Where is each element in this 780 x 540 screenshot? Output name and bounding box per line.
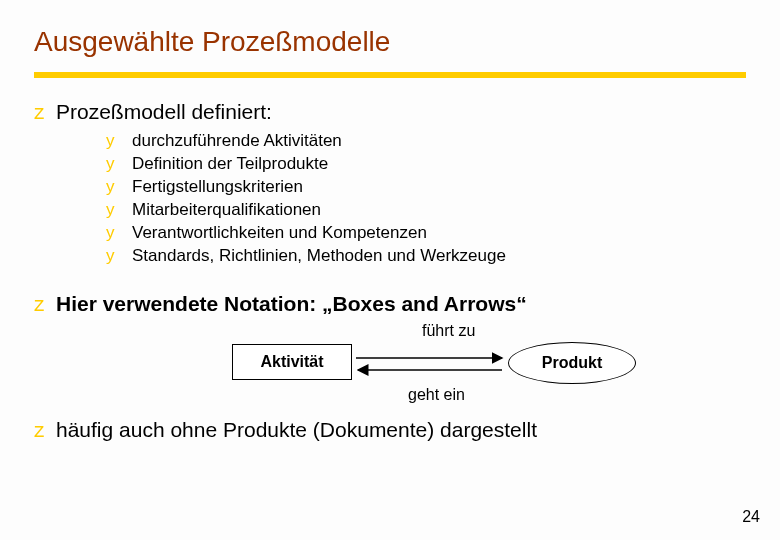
sub-item: y durchzuführende Aktivitäten — [106, 130, 746, 153]
activity-box: Aktivität — [232, 344, 352, 380]
y-icon: y — [106, 153, 132, 176]
y-icon: y — [106, 176, 132, 199]
bullet-2-text: Hier verwendete Notation: „Boxes and Arr… — [56, 292, 527, 316]
slide: Ausgewählte Prozeßmodelle z Prozeßmodell… — [0, 0, 780, 540]
bullet-3: z häufig auch ohne Produkte (Dokumente) … — [34, 418, 746, 442]
sub-text: Standards, Richtlinien, Methoden und Wer… — [132, 245, 506, 268]
sub-text: Definition der Teilprodukte — [132, 153, 328, 176]
sub-item: y Definition der Teilprodukte — [106, 153, 746, 176]
sub-item: y Standards, Richtlinien, Methoden und W… — [106, 245, 746, 268]
sub-text: Verantwortlichkeiten und Kompetenzen — [132, 222, 427, 245]
z-icon: z — [34, 292, 56, 316]
bullet-2: z Hier verwendete Notation: „Boxes and A… — [34, 292, 746, 316]
y-icon: y — [106, 222, 132, 245]
title-divider — [34, 72, 746, 78]
z-icon: z — [34, 100, 56, 124]
z-icon: z — [34, 418, 56, 442]
sub-item: y Verantwortlichkeiten und Kompetenzen — [106, 222, 746, 245]
bullet-1-sublist: y durchzuführende Aktivitäten y Definiti… — [106, 130, 746, 268]
arrows-icon — [352, 350, 508, 378]
sub-text: Mitarbeiterqualifikationen — [132, 199, 321, 222]
y-icon: y — [106, 130, 132, 153]
product-ellipse: Produkt — [508, 342, 636, 384]
sub-item: y Fertigstellungskriterien — [106, 176, 746, 199]
boxes-and-arrows-diagram: führt zu Aktivität Produkt geht ein — [164, 322, 724, 408]
sub-item: y Mitarbeiterqualifikationen — [106, 199, 746, 222]
bullet-3-text: häufig auch ohne Produkte (Dokumente) da… — [56, 418, 537, 442]
y-icon: y — [106, 199, 132, 222]
sub-text: durchzuführende Aktivitäten — [132, 130, 342, 153]
label-leads-to: führt zu — [422, 322, 475, 340]
label-enters: geht ein — [408, 386, 465, 404]
sub-text: Fertigstellungskriterien — [132, 176, 303, 199]
y-icon: y — [106, 245, 132, 268]
bullet-1: z Prozeßmodell definiert: — [34, 100, 746, 124]
slide-title: Ausgewählte Prozeßmodelle — [34, 26, 746, 58]
page-number: 24 — [742, 508, 760, 526]
bullet-1-text: Prozeßmodell definiert: — [56, 100, 272, 124]
